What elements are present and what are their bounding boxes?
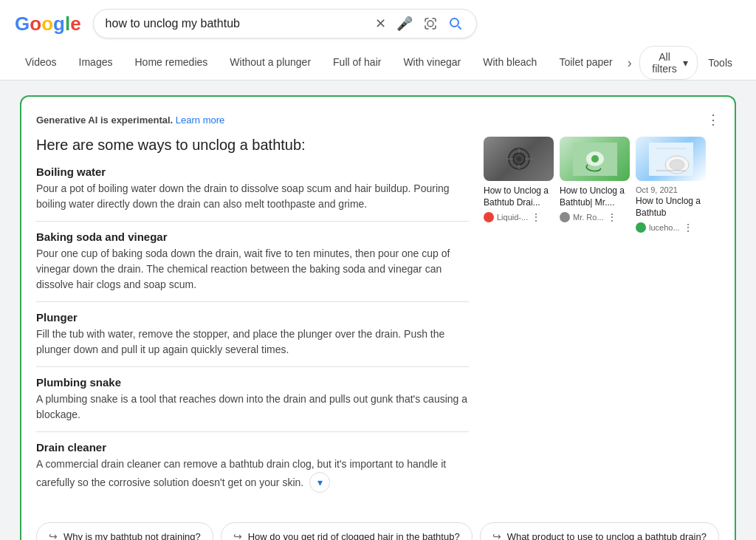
logo-letter-o2: o [41, 13, 53, 35]
source-dot-icon-3 [636, 222, 646, 233]
more-tabs-chevron[interactable]: › [625, 51, 635, 75]
ai-experimental-label: Generative AI is experimental. Learn mor… [36, 115, 224, 126]
suggestion-chip-3[interactable]: ↪ What product to use to unclog a bathtu… [480, 522, 719, 540]
ai-section-title-5: Drain cleaner [36, 441, 469, 454]
tab-full-of-hair[interactable]: Full of hair [323, 50, 391, 76]
tab-toilet-paper[interactable]: Toilet paper [549, 50, 622, 76]
svg-point-0 [427, 21, 433, 27]
video-source-1: Liquid-... ⋮ [484, 211, 554, 223]
clear-search-button[interactable]: ✕ [374, 16, 388, 32]
suggestion-label-1: Why is my bathtub not draining? [63, 531, 201, 541]
ai-section-title-2: Baking soda and vinegar [36, 230, 469, 243]
video-source-3: luceho... ⋮ [636, 222, 706, 233]
suggestion-label-3: What product to use to unclog a bathtub … [507, 531, 707, 541]
all-filters-button[interactable]: All filters ▾ [639, 46, 698, 80]
video-thumb-2 [560, 137, 630, 181]
tab-home-remedies[interactable]: Home remedies [124, 50, 218, 76]
main-content: Generative AI is experimental. Learn mor… [0, 81, 756, 540]
ai-videos-column: How to Unclog a Bathtub Drai... Liquid-.… [484, 137, 720, 510]
ai-section-title-1: Boiling water [36, 165, 469, 178]
video-more-button-2[interactable]: ⋮ [607, 211, 617, 223]
tab-with-bleach[interactable]: With bleach [472, 50, 547, 76]
logo-letter-g: G [15, 13, 30, 35]
chevron-down-icon: ▾ [683, 57, 688, 69]
video-title-1: How to Unclog a Bathtub Drai... [484, 185, 554, 208]
google-logo: Google [15, 13, 81, 35]
ai-section-plumbing-snake: Plumbing snake A plumbing snake is a too… [36, 376, 469, 432]
svg-point-14 [670, 160, 684, 170]
ai-generative-box: Generative AI is experimental. Learn mor… [20, 95, 736, 540]
image-search-button[interactable] [422, 16, 439, 31]
video-card-3[interactable]: Oct 9, 2021 How to Unclog a Bathtub luce… [636, 137, 706, 510]
video-source-2: Mr. Ro... ⋮ [560, 211, 630, 223]
ai-section-drain-cleaner: Drain cleaner A commercial drain cleaner… [36, 441, 469, 502]
ai-content: Here are some ways to unclog a bathtub: … [36, 137, 469, 510]
video-source-name-1: Liquid-... [497, 213, 528, 222]
suggestion-chip-2[interactable]: ↪ How do you get rid of clogged hair in … [221, 522, 472, 540]
video-date-3: Oct 9, 2021 [636, 185, 706, 194]
ai-learn-more-link[interactable]: Learn more [176, 115, 224, 126]
ai-section-text-4: A plumbing snake is a tool that reaches … [36, 392, 469, 423]
ai-section-text-1: Pour a pot of boiling water down the dra… [36, 181, 469, 212]
header: Google ✕ 🎤 Videos Images Ho [0, 0, 756, 81]
ai-title: Here are some ways to unclog a bathtub: [36, 137, 469, 154]
ai-section-baking-soda: Baking soda and vinegar Pour one cup of … [36, 230, 469, 302]
ai-experimental-bold: Generative AI is experimental. [36, 115, 173, 126]
source-dot-icon-2 [560, 212, 570, 222]
ai-section-boiling-water: Boiling water Pour a pot of boiling wate… [36, 165, 469, 222]
source-dot-icon-1 [484, 212, 494, 222]
logo-letter-e: e [70, 13, 80, 35]
suggestion-chip-1[interactable]: ↪ Why is my bathtub not draining? [36, 522, 213, 540]
filter-tabs: Videos Images Home remedies Without a pl… [15, 46, 741, 80]
ai-menu-button[interactable]: ⋮ [707, 112, 720, 128]
search-button[interactable] [447, 16, 464, 31]
ai-section-plunger: Plunger Fill the tub with water, remove … [36, 311, 469, 367]
suggestion-label-2: How do you get rid of clogged hair in th… [248, 531, 460, 541]
ai-section-title-3: Plunger [36, 311, 469, 324]
logo-letter-o1: o [30, 13, 41, 35]
video-card-1[interactable]: How to Unclog a Bathtub Drai... Liquid-.… [484, 137, 554, 510]
arrow-turn-icon-3: ↪ [492, 530, 501, 540]
ai-body: Here are some ways to unclog a bathtub: … [36, 137, 720, 510]
all-filters-label: All filters [649, 51, 681, 75]
video-card-2[interactable]: How to Unclog a Bathtub| Mr.... Mr. Ro..… [560, 137, 630, 510]
svg-point-4 [517, 157, 521, 161]
search-bar: ✕ 🎤 [93, 9, 477, 38]
voice-search-button[interactable]: 🎤 [395, 16, 414, 32]
search-input[interactable] [106, 17, 366, 30]
tab-videos[interactable]: Videos [15, 50, 67, 76]
ai-suggestions: ↪ Why is my bathtub not draining? ↪ How … [36, 522, 720, 540]
arrow-turn-icon-1: ↪ [49, 530, 58, 540]
svg-point-11 [591, 155, 599, 163]
ai-section-text-2: Pour one cup of baking soda down the dra… [36, 246, 469, 293]
arrow-turn-icon-2: ↪ [233, 530, 242, 540]
video-thumb-3 [636, 137, 706, 181]
video-more-button-1[interactable]: ⋮ [531, 211, 541, 223]
tools-button[interactable]: Tools [699, 52, 741, 73]
video-thumb-1 [484, 137, 554, 181]
ai-section-title-4: Plumbing snake [36, 376, 469, 389]
expand-button[interactable]: ▾ [309, 472, 330, 493]
video-more-button-3[interactable]: ⋮ [683, 222, 693, 233]
tab-images[interactable]: Images [69, 50, 123, 76]
svg-point-1 [450, 18, 458, 27]
logo-letter-g2: g [53, 13, 65, 35]
video-title-2: How to Unclog a Bathtub| Mr.... [560, 185, 630, 208]
video-source-name-3: luceho... [649, 223, 680, 232]
tab-with-vinegar[interactable]: With vinegar [393, 50, 471, 76]
ai-header: Generative AI is experimental. Learn mor… [36, 112, 720, 128]
video-title-3: How to Unclog a Bathtub [636, 196, 706, 219]
ai-section-text-3: Fill the tub with water, remove the stop… [36, 327, 469, 358]
ai-section-text-5: A commercial drain cleaner can remove a … [36, 457, 469, 493]
header-top: Google ✕ 🎤 [15, 9, 741, 38]
tab-without-plunger[interactable]: Without a plunger [219, 50, 321, 76]
video-source-name-2: Mr. Ro... [573, 213, 604, 222]
logo-letter-l: l [65, 13, 70, 35]
